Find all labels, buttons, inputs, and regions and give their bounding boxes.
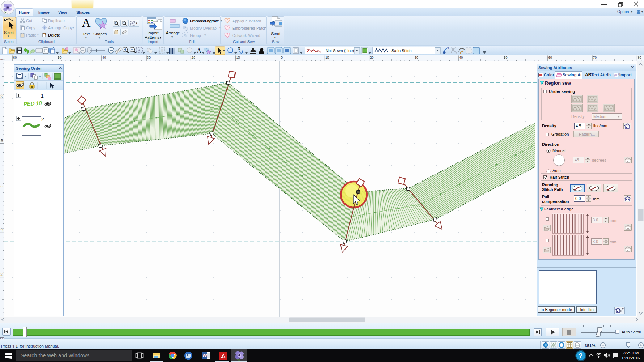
svg-text:10: 10: [0, 139, 4, 143]
svg-text:70: 70: [593, 56, 597, 59]
svg-text:Satin Stitch: Satin Stitch: [391, 48, 412, 53]
svg-text:?: ?: [579, 352, 583, 359]
svg-text:10: 10: [325, 56, 329, 59]
svg-text:PED 10: PED 10: [23, 100, 42, 107]
svg-text:A: A: [196, 47, 202, 55]
svg-text:40: 40: [102, 56, 106, 59]
svg-text:20: 20: [0, 273, 4, 277]
svg-text:10: 10: [0, 228, 4, 232]
svg-text:Not Sewn (Line): Not Sewn (Line): [326, 48, 354, 53]
svg-text:1: 1: [41, 93, 44, 99]
svg-text:W: W: [203, 353, 207, 358]
svg-text:50: 50: [504, 56, 508, 59]
svg-text:30: 30: [415, 56, 418, 59]
svg-text:50: 50: [58, 56, 62, 59]
svg-text:R: R: [238, 47, 241, 51]
svg-text:60: 60: [13, 56, 17, 59]
svg-text:mm: mm: [0, 58, 5, 61]
svg-text:20: 20: [191, 56, 195, 59]
svg-text:20: 20: [370, 56, 374, 59]
svg-text:40: 40: [459, 56, 463, 59]
svg-text:20: 20: [0, 94, 4, 98]
svg-text:80: 80: [637, 56, 641, 59]
svg-text:60: 60: [548, 56, 552, 59]
svg-text:0: 0: [281, 56, 283, 59]
svg-text:10: 10: [236, 56, 240, 59]
svg-text:30: 30: [147, 56, 151, 59]
svg-text:0: 0: [0, 186, 4, 187]
svg-text:2: 2: [41, 116, 44, 122]
